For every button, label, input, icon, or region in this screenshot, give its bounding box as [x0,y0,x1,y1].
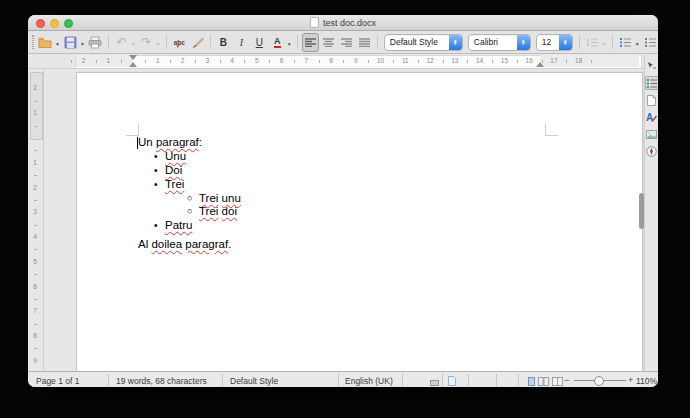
printer-icon [88,36,102,49]
ruler-number: 6 [277,57,287,64]
text-line[interactable]: ○Trei unu [138,192,558,206]
standard-toolbar: ▼ ▼ ↶▼ ↷▼ abc✓ B I U A▼ [28,31,658,54]
first-line-indent-marker[interactable] [129,55,137,60]
document-page[interactable]: Un paragraf:•Unu•Doi•Trei○Trei unu○Trei … [76,72,643,371]
page-icon [647,95,656,106]
open-dropdown-icon[interactable]: ▼ [55,41,60,47]
ruler-number: 6 [28,283,42,290]
text-line[interactable]: •Patru [138,219,558,233]
ruler-number: 1 [103,57,113,64]
ruler-number: 7 [28,307,42,314]
ruler-number: 10 [376,57,386,64]
numbered-list-button[interactable] [642,33,658,52]
vertical-ruler[interactable]: 21123456789 [28,69,44,371]
sidebar-settings-button[interactable] [645,59,658,72]
single-page-view-icon[interactable] [528,377,535,386]
undo-button[interactable]: ↶ [113,33,130,52]
text-line[interactable]: •Trei [138,178,558,192]
ruler-number: 11 [400,57,410,64]
text-line[interactable]: Un paragraf: [138,136,558,150]
redo-dropdown-icon[interactable]: ▼ [156,41,161,47]
document-proxy-icon[interactable] [310,17,319,28]
line-text: Trei [138,178,184,192]
libreoffice-writer-window: test doc.docx ▼ ▼ ↶▼ ↷▼ abc✓ B I U A▼ [28,15,658,387]
ruler-tick [34,126,37,127]
italic-button[interactable]: I [233,33,250,52]
right-indent-marker[interactable] [536,62,544,67]
toolbar-separator [297,35,298,49]
align-left-button[interactable] [302,33,319,52]
text-segment: . [228,238,231,250]
ruler-tick [517,60,518,63]
font-color-button[interactable]: A [269,33,286,52]
redo-button[interactable]: ↷ [138,33,155,52]
sidebar-tab-styles[interactable]: A [645,111,658,124]
text-line[interactable]: ○Trei doi [138,205,558,219]
clone-formatting-button[interactable] [189,33,206,52]
left-indent-marker[interactable] [129,62,137,67]
document-area: 21123456789 Un paragraf:•Unu•Doi•Trei○Tr… [28,69,658,371]
bullet-list-dropdown-icon[interactable]: ▼ [635,41,640,47]
sidebar-tab-navigator[interactable] [645,145,658,158]
bullet-list-button[interactable] [617,33,634,52]
minimize-button[interactable] [50,19,59,28]
ruler-number: 2 [178,57,188,64]
workspace: Un paragraf:•Unu•Doi•Trei○Trei unu○Trei … [44,69,658,371]
font-name-value: Calibri [474,37,514,47]
toolbar-separator [612,35,613,49]
ruler-tick [492,60,493,63]
toolbar-separator [377,35,378,49]
align-center-button[interactable] [320,33,337,52]
bold-button[interactable]: B [215,33,232,52]
underline-button[interactable]: U [251,33,268,52]
sidebar-tab-gallery[interactable] [645,128,658,141]
spelling-button[interactable]: abc✓ [171,33,188,52]
save-button[interactable] [62,33,79,52]
zoom-in-button[interactable]: + [628,375,633,385]
undo-dropdown-icon[interactable]: ▼ [131,41,136,47]
text-line[interactable]: •Doi [138,164,558,178]
line-text: Un paragraf: [138,136,202,148]
document-modified-button[interactable] [448,376,456,387]
word-count[interactable]: 19 words, 68 characters [116,376,207,386]
line-spacing-button[interactable] [584,33,601,52]
ruler-number: 2 [78,57,88,64]
open-button[interactable] [37,33,54,52]
save-dropdown-icon[interactable]: ▼ [80,41,85,47]
misspelled-word: paragraf [185,238,228,250]
document-content[interactable]: Un paragraf:•Unu•Doi•Trei○Trei unu○Trei … [138,136,558,252]
sidebar-tab-page[interactable] [645,94,658,107]
misspelled-word: doilea [151,238,182,250]
font-color-dropdown-icon[interactable]: ▼ [287,41,292,47]
zoom-out-button[interactable]: − [564,375,569,385]
text-language[interactable]: English (UK) [345,376,393,386]
zoom-button[interactable] [64,19,73,28]
page-style[interactable]: Default Style [230,376,278,386]
chevron-up-down-icon: ▲▼ [559,35,572,50]
align-right-button[interactable] [338,33,355,52]
ruler-tick [34,274,37,275]
horizontal-ruler[interactable]: 21123456789101112131415161718 [28,54,658,69]
paragraph-style-select[interactable]: Default Style ▲▼ [384,34,463,51]
sidebar-tab-properties[interactable] [645,76,659,90]
multi-page-view-icon[interactable] [538,377,549,386]
justify-button[interactable] [356,33,373,52]
list-bullet-marker: • [154,178,158,192]
close-button[interactable] [36,19,45,28]
book-view-icon[interactable] [552,377,563,386]
modified-doc-icon [448,376,456,386]
page-count[interactable]: Page 1 of 1 [36,376,79,386]
ruler-tick [467,60,468,63]
zoom-slider-handle[interactable] [594,376,604,386]
title-bar[interactable]: test doc.docx [28,15,658,31]
print-button[interactable] [87,33,104,52]
font-name-select[interactable]: Calibri ▲▼ [468,34,531,51]
font-size-select[interactable]: 12 ▲▼ [536,34,573,51]
line-spacing-dropdown-icon[interactable]: ▼ [602,41,607,47]
toolbar-grip[interactable] [32,35,34,49]
selection-mode-button[interactable] [430,378,439,387]
zoom-level[interactable]: 110% [636,376,656,386]
ruler-number: 7 [301,57,311,64]
text-line[interactable]: Al doilea paragraf. [138,238,558,252]
text-line[interactable]: •Unu [138,150,558,164]
